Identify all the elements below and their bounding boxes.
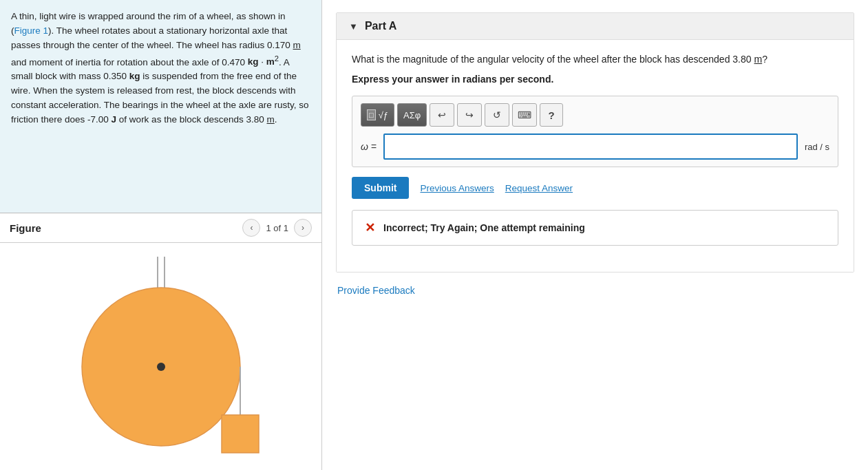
part-body: What is the magnitude of the angular vel… <box>337 40 854 272</box>
unit-m2: m <box>266 114 274 125</box>
problem-text: A thin, light wire is wrapped around the… <box>11 10 310 127</box>
unit-label: rad / s <box>805 142 829 152</box>
math-toolbar: □ √ƒ ΑΣφ ↩ ↪ ↺ ⌨ <box>361 103 829 127</box>
unit-m-text: m <box>293 40 301 50</box>
block-rect <box>222 415 259 453</box>
figure-header: Figure ‹ 1 of 1 › <box>0 213 321 243</box>
figure-link[interactable]: Figure 1 <box>14 25 49 36</box>
math-input-container: □ √ƒ ΑΣφ ↩ ↪ ↺ ⌨ <box>352 96 838 167</box>
request-answer-button[interactable]: Request Answer <box>505 183 573 193</box>
undo-button[interactable]: ↩ <box>430 103 454 127</box>
question-text: What is the magnitude of the angular vel… <box>352 52 838 67</box>
error-message: Incorrect; Try Again; One attempt remain… <box>383 222 585 233</box>
question-unit-m: m <box>754 54 762 65</box>
formula-button[interactable]: □ √ƒ <box>361 103 394 127</box>
figure-title: Figure <box>10 222 41 234</box>
figure-page: 1 of 1 <box>266 223 288 233</box>
redo-button[interactable]: ↪ <box>457 103 482 127</box>
part-title: Part A <box>365 20 397 32</box>
formula-box-icon: □ <box>367 109 376 120</box>
math-input-row: ω = rad / s <box>361 133 829 160</box>
problem-text-area: A thin, light wire is wrapped around the… <box>0 0 321 213</box>
figure-next-button[interactable]: › <box>294 219 312 237</box>
hub-circle <box>157 363 165 371</box>
greek-button[interactable]: ΑΣφ <box>397 103 427 127</box>
omega-label: ω = <box>361 141 377 152</box>
submit-button[interactable]: Submit <box>352 177 409 199</box>
answer-input[interactable] <box>383 133 798 160</box>
left-panel: A thin, light wire is wrapped around the… <box>0 0 322 470</box>
reset-button[interactable]: ↺ <box>485 103 509 127</box>
figure-canvas <box>0 243 321 470</box>
wheel-svg <box>51 250 271 463</box>
help-button[interactable]: ? <box>540 103 563 127</box>
error-box: ✕ Incorrect; Try Again; One attempt rema… <box>352 210 838 246</box>
unit-kg: kg <box>129 71 140 81</box>
unit-kgm2: kg · m2 <box>248 56 279 67</box>
provide-feedback-link[interactable]: Provide Feedback <box>322 285 868 296</box>
keyboard-button[interactable]: ⌨ <box>512 103 537 127</box>
error-icon: ✕ <box>365 220 375 235</box>
part-header[interactable]: ▼ Part A <box>337 13 854 40</box>
figure-prev-button[interactable]: ‹ <box>242 219 260 237</box>
figure-nav: ‹ 1 of 1 › <box>242 219 312 237</box>
action-row: Submit Previous Answers Request Answer <box>352 177 838 199</box>
previous-answers-button[interactable]: Previous Answers <box>420 183 494 193</box>
unit-J: J <box>112 114 117 125</box>
collapse-arrow-icon: ▼ <box>349 21 358 32</box>
right-panel: ▼ Part A What is the magnitude of the an… <box>322 0 868 470</box>
part-section: ▼ Part A What is the magnitude of the an… <box>336 12 854 273</box>
express-note: Express your answer in radians per secon… <box>352 74 838 85</box>
